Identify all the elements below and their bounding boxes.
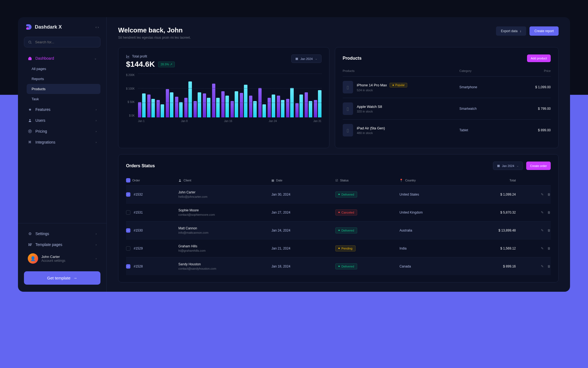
add-product-button[interactable]: Add product (527, 54, 551, 62)
nav-users[interactable]: Users› (24, 115, 100, 126)
svg-point-1 (29, 41, 31, 43)
bar-pair (147, 74, 155, 117)
chevron-right-icon: › (96, 130, 97, 133)
bar-pair (314, 74, 321, 117)
user-icon (28, 118, 32, 123)
edit-icon[interactable]: ✎ (541, 264, 544, 268)
logo[interactable]: Dashdark X (26, 24, 62, 30)
row-checkbox[interactable]: ✓ (126, 264, 130, 269)
nav-reports[interactable]: Reports (27, 74, 100, 84)
delete-icon[interactable]: 🗑 (547, 193, 551, 196)
client-email: contact@sandyhouston.com (178, 267, 271, 270)
export-data-button[interactable]: Export data↓ (496, 26, 526, 36)
order-row: ✓#1532 John Carterhello@johncarter.com J… (126, 185, 551, 203)
x-tick: Jan 31 (313, 120, 321, 123)
client-name: Sandy Houston (178, 262, 271, 266)
order-id: #1530 (134, 229, 143, 232)
product-price: $ 799.00 (510, 107, 551, 111)
puzzle-icon (28, 140, 32, 144)
row-checkbox[interactable]: ✓ (126, 192, 130, 197)
delete-icon[interactable]: 🗑 (547, 264, 551, 268)
profit-date-picker[interactable]: ▦Jan 2024⌄ (291, 54, 321, 63)
product-image: ▯ (343, 124, 353, 136)
orders-title: Orders Status (126, 163, 155, 168)
delete-icon[interactable]: 🗑 (547, 247, 551, 250)
orders-date-picker[interactable]: ▦Jan 2024⌄ (493, 162, 523, 170)
product-row[interactable]: ▯Apple Watch S8320 in stock Smartwatch $… (343, 98, 551, 119)
x-tick: Jan 24 (269, 120, 277, 123)
status-badge: Canceled (335, 209, 357, 215)
row-checkbox[interactable]: ✓ (126, 228, 130, 233)
calendar-icon: ▦ (271, 179, 274, 182)
nav-features[interactable]: ★Features› (24, 104, 100, 115)
client-email: contact@sophiemoore.com (178, 213, 271, 216)
bar-pair (305, 74, 312, 117)
search-input[interactable] (24, 37, 100, 47)
bar-pair (240, 74, 247, 117)
bar-pair (277, 74, 284, 117)
edit-icon[interactable]: ✎ (541, 211, 544, 214)
product-row[interactable]: ▯iPhone 14 Pro Max★ Popular524 in stock … (343, 76, 551, 98)
order-row: ✓#1528 Sandy Houstoncontact@sandyhouston… (126, 257, 551, 275)
nav-task[interactable]: Task (27, 94, 100, 104)
svg-line-2 (31, 43, 32, 44)
collapse-icon[interactable]: ‹ › (96, 25, 99, 29)
order-id: #1529 (134, 247, 143, 250)
order-total: $ 1,569.12 (463, 247, 516, 250)
gear-icon: ⚙ (28, 232, 32, 236)
status-badge: Pending (335, 245, 355, 251)
row-checkbox[interactable] (126, 210, 130, 215)
product-name: iPad Air (5ta Gen) (357, 126, 385, 130)
create-order-button[interactable]: Create order (526, 162, 551, 170)
product-row[interactable]: ▯iPad Air (5ta Gen)480 in stock Tablet $… (343, 119, 551, 141)
row-checkbox[interactable] (126, 246, 130, 251)
nav-dashboard[interactable]: Dashboard ⌄ (24, 53, 100, 64)
search-field[interactable] (35, 40, 96, 44)
product-price: $ 899.00 (510, 128, 551, 132)
x-tick: Jan 1 (138, 120, 145, 123)
app-frame: Dashdark X ‹ › Dashboard ⌄ All pages Rep… (18, 17, 570, 292)
nav-settings[interactable]: ⚙Settings› (24, 228, 100, 239)
nav-integrations[interactable]: Integrations› (24, 137, 100, 148)
y-tick: $ 200K (126, 74, 135, 77)
bar-pair (175, 74, 183, 117)
user-menu[interactable]: 👤 John CarterAccount settings › (24, 250, 100, 267)
order-row: #1531 Sophie Moorecontact@sophiemoore.co… (126, 203, 551, 221)
profit-value: $144.6K (126, 60, 155, 69)
order-total: $ 5,870.32 (463, 211, 516, 214)
bar-pair (286, 74, 294, 117)
client-email: info@mattcannon.com (178, 231, 271, 234)
profit-label: Total profit (132, 54, 147, 58)
create-report-button[interactable]: Create report (529, 26, 559, 36)
logo-icon (26, 24, 32, 30)
download-icon: ↓ (520, 29, 521, 33)
nav-all-pages[interactable]: All pages (27, 64, 100, 74)
order-total: $ 13,899.48 (463, 229, 516, 232)
chevron-right-icon: › (96, 232, 97, 235)
nav-pricing[interactable]: Pricing› (24, 126, 100, 137)
calendar-icon: ▦ (497, 164, 500, 168)
bar-pair (212, 74, 220, 117)
edit-icon[interactable]: ✎ (541, 229, 544, 232)
bar-pair (138, 74, 146, 117)
bar-pair (166, 74, 173, 117)
nav-products[interactable]: Products (27, 84, 100, 94)
search-icon (28, 40, 32, 44)
select-all-checkbox[interactable]: − (126, 178, 130, 183)
user-icon (178, 179, 182, 182)
nav-template-pages[interactable]: WTemplate pages› (24, 239, 100, 250)
chart-icon (126, 54, 130, 58)
col-category: Category (459, 69, 510, 72)
edit-icon[interactable]: ✎ (541, 193, 544, 196)
bar-pair (194, 74, 201, 117)
client-name: Matt Cannon (178, 226, 271, 230)
user-sub: Account settings (41, 259, 65, 263)
col-products: Products (343, 69, 460, 72)
get-template-button[interactable]: Get template→ (24, 271, 100, 285)
delete-icon[interactable]: 🗑 (547, 211, 551, 214)
edit-icon[interactable]: ✎ (541, 247, 544, 250)
chevron-right-icon: › (96, 257, 97, 260)
product-stock: 480 in stock (357, 131, 385, 135)
delete-icon[interactable]: 🗑 (547, 229, 551, 232)
product-name: iPhone 14 Pro Max (357, 83, 387, 87)
